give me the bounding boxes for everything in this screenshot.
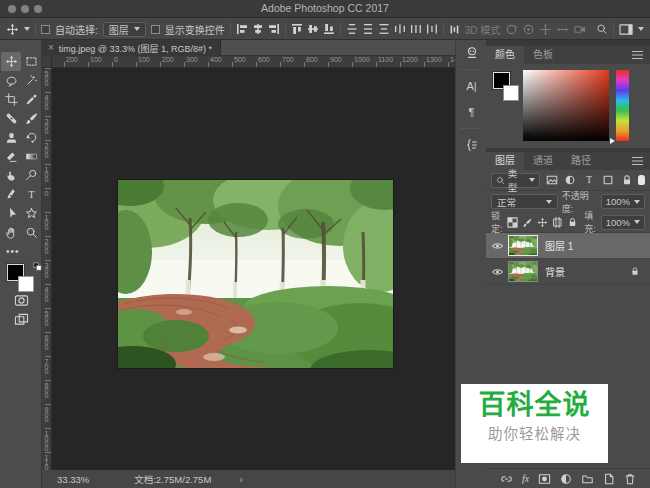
- visibility-eye-icon[interactable]: [486, 241, 508, 251]
- link-layers-button[interactable]: [500, 473, 513, 485]
- type-tool[interactable]: T: [21, 185, 41, 204]
- canvas-area[interactable]: 2001000100200300400500600700800900100011…: [42, 56, 455, 470]
- 3d-slide-icon[interactable]: [556, 23, 569, 36]
- quick-selection-tool[interactable]: [21, 71, 41, 90]
- move-tool-options-icon[interactable]: [6, 23, 19, 36]
- tab-channels[interactable]: 通道: [524, 152, 562, 170]
- pen-tool[interactable]: [1, 185, 21, 204]
- lock-transparent-pixels-icon[interactable]: [507, 215, 518, 230]
- move-tool[interactable]: [1, 52, 21, 71]
- background-color-swatch[interactable]: [18, 276, 34, 292]
- distribute-bottom-edges-button[interactable]: [378, 23, 390, 35]
- filter-smart-objects-icon[interactable]: [619, 173, 634, 188]
- visibility-eye-icon[interactable]: [486, 267, 508, 277]
- filter-shape-layers-icon[interactable]: [601, 173, 616, 188]
- zoom-window-button[interactable]: [34, 5, 42, 13]
- lock-all-icon[interactable]: [567, 215, 578, 230]
- zoom-level-field[interactable]: 33.33%: [57, 474, 89, 485]
- layer-style-fx-button[interactable]: fx: [522, 473, 529, 484]
- blend-mode-dropdown[interactable]: 正常: [491, 194, 558, 209]
- history-brush-tool[interactable]: [21, 128, 41, 147]
- lasso-tool[interactable]: [1, 71, 21, 90]
- align-vertical-centers-button[interactable]: [307, 23, 319, 35]
- layer-row-background[interactable]: 背景: [486, 259, 650, 285]
- learn-panel-icon[interactable]: [456, 40, 487, 66]
- eraser-tool[interactable]: [1, 147, 21, 166]
- distribute-spacing-button[interactable]: [449, 23, 460, 36]
- filter-type-dropdown[interactable]: 类型: [491, 173, 540, 188]
- ruler-origin-corner[interactable]: [42, 56, 52, 68]
- custom-shape-tool[interactable]: [21, 204, 41, 223]
- filter-type-layers-icon[interactable]: T: [582, 173, 597, 188]
- filter-toggle-light-icon[interactable]: [638, 175, 645, 185]
- path-selection-tool[interactable]: [1, 204, 21, 223]
- lock-position-icon[interactable]: [537, 215, 548, 230]
- status-options-arrow-icon[interactable]: ›: [239, 473, 243, 485]
- show-transform-checkbox[interactable]: [151, 25, 160, 34]
- distribute-vertical-centers-button[interactable]: [362, 23, 374, 35]
- hue-slider[interactable]: [616, 70, 629, 141]
- dodge-tool[interactable]: [21, 166, 41, 185]
- fill-dropdown[interactable]: 100%: [601, 215, 645, 230]
- color-cursor[interactable]: [524, 133, 531, 140]
- distribute-left-edges-button[interactable]: [394, 23, 406, 35]
- color-panel-background-swatch[interactable]: [503, 85, 519, 101]
- screen-mode-button[interactable]: [14, 313, 29, 326]
- smudge-tool[interactable]: [1, 166, 21, 185]
- distribute-right-edges-button[interactable]: [426, 23, 438, 35]
- ruler-horizontal[interactable]: 2001000100200300400500600700800900100011…: [52, 56, 455, 68]
- new-group-button[interactable]: [581, 473, 594, 485]
- distribute-top-edges-button[interactable]: [346, 23, 358, 35]
- zoom-tool[interactable]: [21, 223, 41, 242]
- character-panel-icon[interactable]: A|: [456, 73, 487, 99]
- 3d-roll-icon[interactable]: [522, 23, 535, 36]
- crop-tool[interactable]: [1, 90, 21, 109]
- minimize-window-button[interactable]: [21, 5, 29, 13]
- layer-name[interactable]: 背景: [545, 264, 565, 279]
- layer-name[interactable]: 图层 1: [545, 238, 573, 253]
- layer-row-layer1[interactable]: 图层 1: [486, 233, 650, 259]
- filter-adjustment-layers-icon[interactable]: [563, 173, 578, 188]
- 3d-orbit-icon[interactable]: [505, 23, 518, 36]
- paragraph-styles-panel-icon[interactable]: [456, 132, 487, 158]
- 3d-zoom-camera-icon[interactable]: [573, 23, 586, 36]
- marquee-tool[interactable]: [21, 52, 41, 71]
- panel-menu-icon[interactable]: [632, 157, 643, 159]
- eyedropper-tool[interactable]: [21, 90, 41, 109]
- document-tab[interactable]: × timg.jpeg @ 33.3% (图层 1, RGB/8#) *: [42, 40, 221, 56]
- workspace-switcher[interactable]: [619, 23, 644, 36]
- paragraph-panel-icon[interactable]: ¶: [456, 99, 487, 125]
- brush-tool[interactable]: [21, 109, 41, 128]
- align-horizontal-centers-button[interactable]: [252, 23, 264, 35]
- search-icon[interactable]: [596, 22, 608, 36]
- clone-stamp-tool[interactable]: [1, 128, 21, 147]
- lock-artboard-icon[interactable]: [552, 215, 563, 230]
- new-layer-button[interactable]: [603, 473, 615, 485]
- auto-select-target-dropdown[interactable]: 图层: [103, 22, 146, 37]
- align-bottom-edges-button[interactable]: [323, 23, 335, 35]
- close-window-button[interactable]: [8, 5, 16, 13]
- edit-toolbar-ellipsis-icon[interactable]: •••: [6, 246, 20, 257]
- distribute-horizontal-centers-button[interactable]: [410, 23, 422, 35]
- panel-menu-icon[interactable]: [632, 51, 643, 53]
- 3d-pan-icon[interactable]: [539, 23, 552, 36]
- layer-thumbnail[interactable]: [508, 235, 538, 256]
- default-colors-icon[interactable]: [33, 262, 42, 271]
- auto-select-checkbox[interactable]: [41, 25, 50, 34]
- spot-healing-brush-tool[interactable]: [1, 109, 21, 128]
- new-adjustment-layer-button[interactable]: [560, 473, 572, 485]
- opacity-dropdown[interactable]: 100%: [601, 194, 645, 209]
- delete-layer-button[interactable]: [624, 473, 636, 485]
- saturation-brightness-field[interactable]: [523, 70, 609, 141]
- hand-tool[interactable]: [1, 223, 21, 242]
- tab-color[interactable]: 颜色: [486, 46, 524, 64]
- align-top-edges-button[interactable]: [291, 23, 303, 35]
- tool-preset-chevron-icon[interactable]: [24, 27, 30, 31]
- layer-thumbnail[interactable]: [508, 261, 538, 282]
- tab-paths[interactable]: 路径: [562, 152, 600, 170]
- filter-pixel-layers-icon[interactable]: [544, 173, 559, 188]
- align-right-edges-button[interactable]: [268, 23, 280, 35]
- close-document-icon[interactable]: ×: [48, 43, 54, 53]
- tab-swatches[interactable]: 色板: [524, 46, 562, 64]
- gradient-tool[interactable]: [21, 147, 41, 166]
